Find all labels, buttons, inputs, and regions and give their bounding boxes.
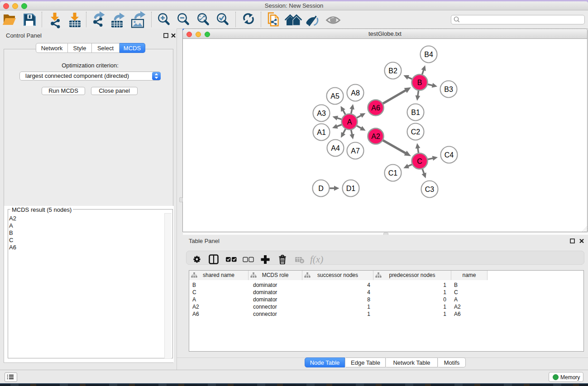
svg-text:A2: A2 xyxy=(371,133,380,140)
svg-text:B1: B1 xyxy=(411,109,420,116)
svg-text:A8: A8 xyxy=(351,89,360,97)
svg-text:A4: A4 xyxy=(331,144,340,152)
svg-text:A7: A7 xyxy=(351,147,360,155)
svg-text:C1: C1 xyxy=(388,169,398,177)
svg-text:B: B xyxy=(417,79,422,86)
svg-text:A: A xyxy=(347,118,352,126)
svg-text:f(x): f(x) xyxy=(310,254,323,264)
svg-text:A1: A1 xyxy=(317,129,326,136)
svg-text:D1: D1 xyxy=(346,185,356,192)
svg-text:A3: A3 xyxy=(317,110,326,117)
svg-text:C4: C4 xyxy=(445,151,454,159)
svg-text:C: C xyxy=(417,157,422,165)
svg-text:A6: A6 xyxy=(371,104,380,112)
svg-text:C2: C2 xyxy=(411,128,421,136)
svg-text:B2: B2 xyxy=(388,67,397,75)
svg-text:C3: C3 xyxy=(425,186,435,193)
svg-text:B3: B3 xyxy=(444,86,453,93)
svg-text:B4: B4 xyxy=(424,51,433,58)
svg-text:D: D xyxy=(318,185,324,192)
svg-text:A5: A5 xyxy=(330,92,339,100)
